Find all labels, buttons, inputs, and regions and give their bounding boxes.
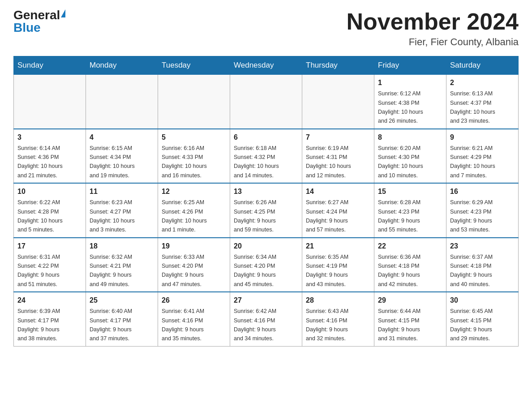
calendar-cell: 8Sunrise: 6:20 AMSunset: 4:30 PMDaylight… [374,129,446,184]
page-header: General Blue November 2024 Fier, Fier Co… [13,9,519,48]
day-number: 5 [162,132,226,143]
calendar-cell [86,75,158,129]
calendar-week-row: 3Sunrise: 6:14 AMSunset: 4:36 PMDaylight… [14,129,519,184]
day-info: Sunrise: 6:26 AMSunset: 4:25 PMDaylight:… [234,199,276,233]
calendar-cell: 5Sunrise: 6:16 AMSunset: 4:33 PMDaylight… [158,129,230,184]
day-info: Sunrise: 6:40 AMSunset: 4:17 PMDaylight:… [90,308,132,342]
day-info: Sunrise: 6:16 AMSunset: 4:33 PMDaylight:… [162,145,207,179]
day-number: 27 [234,295,298,306]
calendar-cell: 12Sunrise: 6:25 AMSunset: 4:26 PMDayligh… [158,183,230,238]
calendar-cell: 26Sunrise: 6:41 AMSunset: 4:16 PMDayligh… [158,292,230,346]
calendar-cell [230,75,302,129]
day-number: 3 [17,132,82,143]
weekday-header-thursday: Thursday [302,56,374,75]
calendar-cell: 25Sunrise: 6:40 AMSunset: 4:17 PMDayligh… [86,292,158,346]
day-info: Sunrise: 6:44 AMSunset: 4:15 PMDaylight:… [378,308,420,342]
day-number: 21 [306,241,370,252]
day-number: 30 [450,295,515,306]
logo-general-text: General [13,9,60,21]
weekday-header-saturday: Saturday [446,56,519,75]
day-info: Sunrise: 6:19 AMSunset: 4:31 PMDaylight:… [306,145,351,179]
calendar-cell: 18Sunrise: 6:32 AMSunset: 4:21 PMDayligh… [86,238,158,292]
day-number: 6 [234,132,298,143]
day-number: 7 [306,132,370,143]
day-number: 25 [90,295,154,306]
day-number: 10 [17,186,82,197]
calendar-cell: 17Sunrise: 6:31 AMSunset: 4:22 PMDayligh… [14,238,86,292]
day-info: Sunrise: 6:31 AMSunset: 4:22 PMDaylight:… [17,254,60,287]
day-number: 19 [162,241,226,252]
day-number: 15 [378,186,442,197]
weekday-header-monday: Monday [86,56,158,75]
day-info: Sunrise: 6:13 AMSunset: 4:37 PMDaylight:… [450,90,495,124]
weekday-header-sunday: Sunday [14,56,86,75]
day-number: 13 [234,186,298,197]
day-number: 24 [17,295,82,306]
month-title: November 2024 [347,9,519,34]
calendar-cell: 1Sunrise: 6:12 AMSunset: 4:38 PMDaylight… [374,75,446,129]
day-info: Sunrise: 6:22 AMSunset: 4:28 PMDaylight:… [17,199,63,233]
day-info: Sunrise: 6:34 AMSunset: 4:20 PMDaylight:… [234,254,276,287]
day-info: Sunrise: 6:43 AMSunset: 4:16 PMDaylight:… [306,308,348,342]
day-number: 26 [162,295,226,306]
day-info: Sunrise: 6:18 AMSunset: 4:32 PMDaylight:… [234,145,279,179]
calendar-cell [158,75,230,129]
calendar-cell [302,75,374,129]
day-info: Sunrise: 6:32 AMSunset: 4:21 PMDaylight:… [90,254,132,287]
calendar-cell: 15Sunrise: 6:28 AMSunset: 4:23 PMDayligh… [374,183,446,238]
calendar-cell: 9Sunrise: 6:21 AMSunset: 4:29 PMDaylight… [446,129,519,184]
calendar-cell: 30Sunrise: 6:45 AMSunset: 4:15 PMDayligh… [446,292,519,346]
calendar-cell: 11Sunrise: 6:23 AMSunset: 4:27 PMDayligh… [86,183,158,238]
weekday-header-wednesday: Wednesday [230,56,302,75]
calendar-cell: 27Sunrise: 6:42 AMSunset: 4:16 PMDayligh… [230,292,302,346]
day-info: Sunrise: 6:23 AMSunset: 4:27 PMDaylight:… [90,199,135,233]
calendar-cell: 16Sunrise: 6:29 AMSunset: 4:23 PMDayligh… [446,183,519,238]
weekday-header-friday: Friday [374,56,446,75]
day-info: Sunrise: 6:35 AMSunset: 4:19 PMDaylight:… [306,254,348,287]
day-number: 8 [378,132,442,143]
day-number: 11 [90,186,154,197]
day-info: Sunrise: 6:39 AMSunset: 4:17 PMDaylight:… [17,308,60,342]
day-info: Sunrise: 6:21 AMSunset: 4:29 PMDaylight:… [450,145,495,179]
title-area: November 2024 Fier, Fier County, Albania [347,9,519,48]
day-number: 2 [450,77,515,88]
calendar-cell: 10Sunrise: 6:22 AMSunset: 4:28 PMDayligh… [14,183,86,238]
calendar-cell [14,75,86,129]
calendar-week-row: 24Sunrise: 6:39 AMSunset: 4:17 PMDayligh… [14,292,519,346]
calendar-cell: 21Sunrise: 6:35 AMSunset: 4:19 PMDayligh… [302,238,374,292]
day-number: 17 [17,241,82,252]
day-number: 1 [378,77,442,88]
day-number: 22 [378,241,442,252]
day-number: 16 [450,186,515,197]
day-number: 28 [306,295,370,306]
day-info: Sunrise: 6:29 AMSunset: 4:23 PMDaylight:… [450,199,493,233]
day-info: Sunrise: 6:14 AMSunset: 4:36 PMDaylight:… [17,145,63,179]
calendar-week-row: 17Sunrise: 6:31 AMSunset: 4:22 PMDayligh… [14,238,519,292]
day-number: 23 [450,241,515,252]
day-info: Sunrise: 6:36 AMSunset: 4:18 PMDaylight:… [378,254,420,287]
calendar-cell: 22Sunrise: 6:36 AMSunset: 4:18 PMDayligh… [374,238,446,292]
day-number: 9 [450,132,515,143]
calendar-cell: 7Sunrise: 6:19 AMSunset: 4:31 PMDaylight… [302,129,374,184]
calendar-cell: 6Sunrise: 6:18 AMSunset: 4:32 PMDaylight… [230,129,302,184]
day-info: Sunrise: 6:41 AMSunset: 4:16 PMDaylight:… [162,308,204,342]
day-number: 4 [90,132,154,143]
day-info: Sunrise: 6:15 AMSunset: 4:34 PMDaylight:… [90,145,135,179]
calendar-cell: 29Sunrise: 6:44 AMSunset: 4:15 PMDayligh… [374,292,446,346]
day-info: Sunrise: 6:37 AMSunset: 4:18 PMDaylight:… [450,254,493,287]
calendar-cell: 20Sunrise: 6:34 AMSunset: 4:20 PMDayligh… [230,238,302,292]
day-number: 12 [162,186,226,197]
calendar-cell: 2Sunrise: 6:13 AMSunset: 4:37 PMDaylight… [446,75,519,129]
day-info: Sunrise: 6:28 AMSunset: 4:23 PMDaylight:… [378,199,420,233]
weekday-header-row: SundayMondayTuesdayWednesdayThursdayFrid… [14,56,519,75]
day-number: 14 [306,186,370,197]
calendar-cell: 23Sunrise: 6:37 AMSunset: 4:18 PMDayligh… [446,238,519,292]
day-number: 18 [90,241,154,252]
calendar-week-row: 10Sunrise: 6:22 AMSunset: 4:28 PMDayligh… [14,183,519,238]
day-info: Sunrise: 6:12 AMSunset: 4:38 PMDaylight:… [378,90,423,124]
logo-blue-text: Blue [13,21,41,34]
logo: General Blue [13,9,65,34]
calendar-table: SundayMondayTuesdayWednesdayThursdayFrid… [13,56,519,347]
calendar-cell: 19Sunrise: 6:33 AMSunset: 4:20 PMDayligh… [158,238,230,292]
day-info: Sunrise: 6:27 AMSunset: 4:24 PMDaylight:… [306,199,348,233]
